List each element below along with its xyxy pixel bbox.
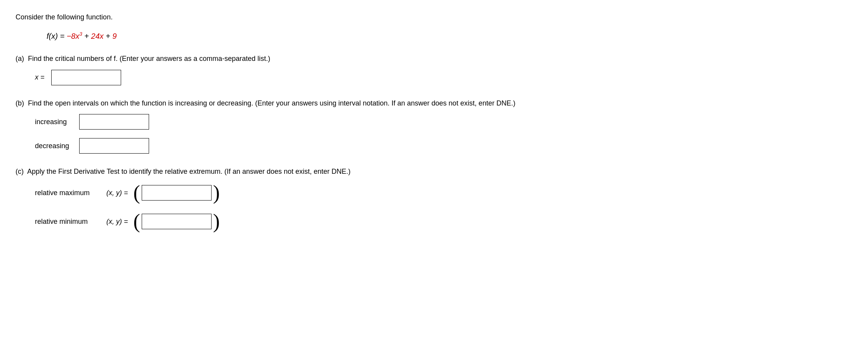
part-c-letter: (c): [16, 168, 24, 175]
rel-max-input[interactable]: [142, 185, 212, 201]
rel-max-right-paren: ): [213, 183, 220, 203]
critical-numbers-input[interactable]: [51, 70, 121, 85]
rel-max-left-paren: (: [134, 183, 140, 203]
increasing-label: increasing: [35, 116, 74, 128]
increasing-row: increasing: [35, 114, 852, 130]
rel-min-xy-label: (x, y) =: [106, 216, 128, 227]
rel-min-row: relative minimum (x, y) = ( ): [35, 211, 852, 232]
x-equals-label: x =: [35, 72, 47, 83]
rel-min-left-paren: (: [134, 211, 140, 232]
part-b-question: Find the open intervals on which the fun…: [28, 99, 516, 107]
function-term2: 24x: [91, 32, 104, 40]
function-term3: 9: [113, 32, 117, 40]
part-c-label: (c) Apply the First Derivative Test to i…: [16, 166, 852, 177]
function-plus1: +: [82, 32, 91, 40]
rel-max-label: relative maximum: [35, 187, 101, 199]
rel-max-input-group: ( ): [134, 183, 220, 203]
function-coefficient: −8x: [67, 32, 80, 40]
part-c-question: Apply the First Derivative Test to ident…: [27, 168, 351, 175]
function-lhs: f(x) =: [47, 32, 67, 40]
intro-text: Consider the following function.: [16, 12, 852, 23]
decreasing-label: decreasing: [35, 140, 74, 152]
function-plus2: +: [104, 32, 113, 40]
part-a-answer-row: x =: [35, 70, 852, 85]
rel-max-xy-label: (x, y) =: [106, 187, 128, 199]
rel-min-label: relative minimum: [35, 216, 101, 227]
increasing-input[interactable]: [79, 114, 149, 130]
part-b-label: (b) Find the open intervals on which the…: [16, 98, 852, 109]
part-b: (b) Find the open intervals on which the…: [16, 98, 852, 154]
function-exponent: 3: [79, 31, 82, 37]
part-a-letter: (a): [16, 55, 24, 62]
part-a: (a) Find the critical numbers of f. (Ent…: [16, 53, 852, 85]
function-display: f(x) = −8x3 + 24x + 9: [47, 30, 852, 42]
decreasing-row: decreasing: [35, 138, 852, 154]
part-c: (c) Apply the First Derivative Test to i…: [16, 166, 852, 232]
part-a-question: Find the critical numbers of f. (Enter y…: [28, 55, 270, 62]
part-a-label: (a) Find the critical numbers of f. (Ent…: [16, 53, 852, 64]
rel-max-row: relative maximum (x, y) = ( ): [35, 183, 852, 203]
rel-min-right-paren: ): [213, 211, 220, 232]
part-b-letter: (b): [16, 99, 24, 107]
decreasing-input[interactable]: [79, 138, 149, 154]
rel-min-input[interactable]: [142, 214, 212, 229]
rel-min-input-group: ( ): [134, 211, 220, 232]
